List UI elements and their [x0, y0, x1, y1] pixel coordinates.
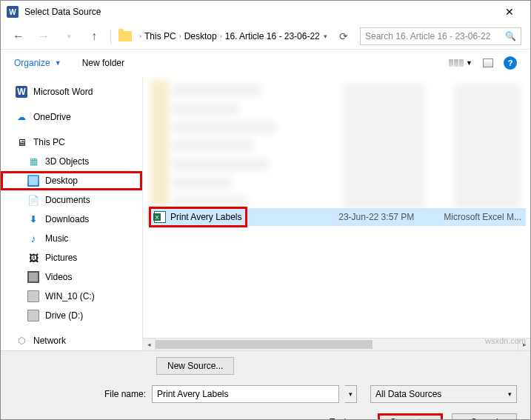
file-name-history-chevron[interactable]: ▾	[345, 385, 357, 403]
chevron-down-icon[interactable]: ▾	[324, 33, 327, 40]
blurred-content: Print Avery Labels 23-Jun-22 3:57 PM Mic…	[143, 76, 530, 338]
word-app-icon: W	[7, 6, 19, 18]
cancel-button[interactable]: Cancel	[452, 413, 517, 420]
sidebar-item-downloads[interactable]: Downloads	[1, 210, 142, 229]
chevron-down-icon: ▼	[466, 59, 472, 67]
chevron-right-icon: ›	[139, 33, 141, 40]
desktop-icon	[27, 175, 39, 187]
scrollbar-thumb[interactable]	[156, 340, 373, 349]
pc-icon	[16, 136, 27, 148]
file-type: Microsoft Excel M...	[444, 212, 521, 222]
sidebar-item-drive-c[interactable]: WIN_10 (C:)	[1, 287, 142, 306]
watermark: wsxdn.com	[485, 336, 526, 345]
search-placeholder: Search 16. Article 16 - 23-06-22	[365, 31, 490, 41]
sidebar-item-word[interactable]: WMicrosoft Word	[1, 82, 142, 101]
view-mode-button[interactable]: ▼	[449, 59, 472, 67]
sidebar-item-onedrive[interactable]: OneDrive	[1, 107, 142, 127]
open-button[interactable]: Open ▼	[378, 413, 443, 420]
dialog-footer: New Source... File name: ▾ All Data Sour…	[1, 350, 530, 420]
navigation-bar: ← → ▾ ↑ › This PC › Desktop › 16. Articl…	[1, 23, 530, 50]
separator	[110, 29, 111, 44]
file-name-label: File name:	[14, 389, 146, 399]
horizontal-scrollbar[interactable]: ◂ ▸	[143, 338, 530, 350]
downloads-icon	[27, 213, 39, 225]
file-name: Print Avery Labels	[170, 212, 242, 222]
sidebar-item-thispc[interactable]: This PC	[1, 133, 142, 152]
pictures-icon	[27, 252, 39, 264]
sidebar-item-music[interactable]: Music	[1, 229, 142, 248]
scroll-left-icon[interactable]: ◂	[143, 339, 156, 350]
documents-icon	[27, 194, 39, 206]
file-type-filter[interactable]: All Data Sources ▾	[370, 385, 517, 403]
folder-icon	[118, 31, 132, 41]
chevron-right-icon: ›	[179, 33, 181, 40]
chevron-down-icon: ▾	[508, 390, 512, 398]
forward-button[interactable]: →	[35, 27, 53, 45]
sidebar-item-videos[interactable]: Videos	[1, 267, 142, 287]
sidebar-item-desktop[interactable]: Desktop	[1, 171, 142, 190]
file-name-input[interactable]	[152, 385, 339, 403]
new-source-button[interactable]: New Source...	[156, 357, 234, 375]
breadcrumb-item[interactable]: This PC	[144, 31, 176, 41]
search-icon: 🔍	[505, 31, 516, 41]
3d-icon	[27, 156, 39, 167]
sidebar-item-3dobjects[interactable]: 3D Objects	[1, 152, 142, 171]
chevron-right-icon: ›	[220, 33, 222, 40]
breadcrumb-item[interactable]: Desktop	[184, 31, 217, 41]
preview-pane-button[interactable]	[483, 59, 493, 67]
network-icon	[16, 335, 27, 347]
help-button[interactable]: ?	[504, 56, 517, 70]
file-row-selected[interactable]: Print Avery Labels 23-Jun-22 3:57 PM Mic…	[147, 208, 526, 226]
cloud-icon	[16, 111, 27, 123]
drive-icon	[27, 290, 39, 302]
breadcrumb[interactable]: › This PC › Desktop › 16. Article 16 - 2…	[139, 31, 327, 41]
excel-icon	[154, 211, 166, 223]
organize-menu[interactable]: Organize ▼	[14, 58, 61, 68]
drive-icon	[27, 310, 39, 321]
navigation-sidebar: WMicrosoft Word OneDrive This PC 3D Obje…	[1, 76, 143, 350]
sidebar-item-network[interactable]: Network	[1, 331, 142, 350]
tools-menu[interactable]: Tools ▼	[330, 417, 360, 420]
back-button[interactable]: ←	[10, 27, 27, 45]
breadcrumb-item[interactable]: 16. Article 16 - 23-06-22	[225, 31, 320, 41]
search-input[interactable]: Search 16. Article 16 - 23-06-22 🔍	[360, 27, 521, 45]
close-button[interactable]: ✕	[495, 6, 524, 18]
chevron-down-icon: ▼	[55, 59, 61, 67]
sidebar-item-pictures[interactable]: Pictures	[1, 248, 142, 267]
window-title: Select Data Source	[24, 7, 495, 17]
sidebar-item-drive-d[interactable]: Drive (D:)	[1, 306, 142, 325]
title-bar: W Select Data Source ✕	[1, 1, 530, 23]
file-list-area: Print Avery Labels 23-Jun-22 3:57 PM Mic…	[143, 76, 530, 350]
file-date: 23-Jun-22 3:57 PM	[338, 212, 414, 222]
sidebar-item-documents[interactable]: Documents	[1, 190, 142, 210]
refresh-button[interactable]: ⟳	[335, 30, 353, 42]
music-icon	[27, 233, 39, 244]
recent-locations-chevron[interactable]: ▾	[60, 27, 78, 45]
new-folder-button[interactable]: New folder	[82, 58, 124, 68]
up-button[interactable]: ↑	[85, 27, 103, 45]
word-icon: W	[16, 86, 27, 98]
videos-icon	[27, 271, 39, 283]
toolbar: Organize ▼ New folder ▼ ?	[1, 50, 530, 76]
